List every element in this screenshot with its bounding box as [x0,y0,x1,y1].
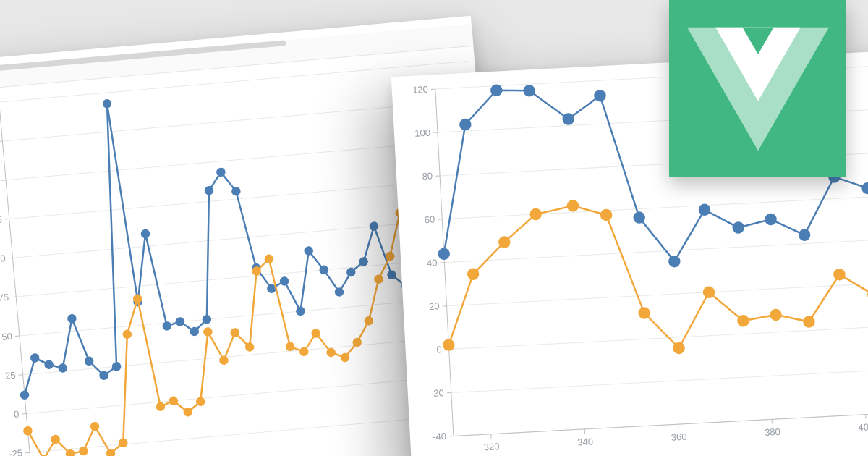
svg-point-151 [770,310,781,321]
x-tick-label: 320 [483,441,499,452]
svg-point-129 [563,114,574,124]
y-tick-label: 80 [422,170,433,182]
svg-point-88 [341,353,349,361]
svg-point-53 [347,269,355,276]
svg-point-56 [388,271,396,279]
series-b [436,182,868,366]
svg-point-147 [639,308,650,318]
svg-point-149 [704,287,715,297]
svg-point-126 [460,119,471,130]
svg-line-119 [454,410,868,436]
svg-point-80 [231,329,239,337]
svg-point-128 [524,85,535,96]
svg-point-142 [468,269,479,279]
svg-point-132 [669,256,680,267]
x-tick-label: 400 [858,421,868,433]
svg-line-17 [12,297,16,297]
y-tick-label: 0 [436,344,442,355]
svg-point-144 [530,209,541,220]
y-tick-label: 60 [424,214,435,225]
svg-point-33 [85,357,93,365]
y-tick-label: 120 [412,84,428,96]
svg-point-49 [297,307,305,315]
svg-point-90 [365,317,373,325]
svg-point-42 [203,316,210,324]
svg-point-136 [799,229,810,240]
svg-point-152 [804,316,814,327]
svg-point-134 [733,222,744,233]
svg-point-54 [359,258,367,266]
svg-point-28 [21,391,29,399]
svg-point-130 [595,90,605,101]
svg-line-19 [5,219,9,220]
svg-point-69 [91,423,99,431]
svg-line-14 [22,413,26,414]
svg-line-11 [0,102,33,456]
svg-point-71 [119,439,127,447]
y-tick-label: 25 [5,370,17,381]
svg-point-146 [601,210,612,221]
svg-point-89 [353,339,361,347]
vue-logo-icon [687,20,829,158]
svg-line-103 [447,279,868,306]
y-tick-label: 0 [13,408,20,420]
svg-point-35 [113,363,121,371]
svg-point-30 [45,360,53,368]
svg-point-67 [67,449,75,456]
svg-point-77 [197,397,205,405]
svg-point-138 [862,183,868,194]
y-tick-label: 75 [0,292,9,303]
svg-point-85 [300,347,308,355]
svg-point-52 [336,288,344,296]
svg-point-81 [246,343,254,351]
svg-line-100 [454,410,868,436]
svg-point-131 [634,212,644,223]
svg-point-31 [59,364,67,372]
svg-point-73 [134,295,142,303]
y-tick-label: 125 [0,214,2,226]
y-tick-label: -25 [9,447,23,456]
svg-line-20 [1,180,6,181]
x-tick-label: 360 [671,431,686,443]
svg-point-43 [205,187,213,195]
svg-point-143 [499,237,510,248]
chart-stage: -50-2502550751001251501752000100200300 -… [0,0,868,456]
svg-point-72 [123,330,131,338]
svg-point-153 [834,269,845,280]
svg-point-82 [252,267,260,275]
svg-point-39 [163,322,171,330]
svg-point-47 [268,284,276,292]
y-tick-label: -40 [433,431,447,442]
svg-point-55 [370,222,378,230]
svg-line-105 [442,193,868,219]
svg-point-41 [190,327,198,335]
svg-line-16 [15,336,20,337]
x-tick-label: 380 [765,426,780,438]
svg-point-135 [765,214,776,225]
y-tick-label: 100 [414,127,430,139]
svg-point-75 [169,397,177,405]
svg-point-84 [286,342,294,350]
svg-point-64 [24,427,32,435]
svg-point-148 [673,343,684,354]
svg-point-34 [100,371,108,379]
svg-point-76 [184,408,192,416]
x-tick-label: 340 [577,436,593,447]
svg-point-145 [568,200,579,211]
vue-badge [669,0,846,177]
svg-point-92 [386,253,394,261]
svg-point-74 [156,402,164,410]
svg-line-21 [0,141,2,142]
svg-point-66 [51,436,59,444]
svg-point-86 [312,329,320,337]
svg-point-51 [320,266,328,274]
svg-point-83 [265,255,273,263]
svg-point-36 [103,100,111,108]
svg-point-32 [68,315,76,323]
svg-point-44 [217,168,225,176]
svg-point-68 [80,447,88,455]
y-tick-label: 50 [1,331,13,342]
svg-line-15 [19,375,23,376]
y-tick-label: -20 [430,387,445,399]
svg-point-40 [176,318,184,326]
